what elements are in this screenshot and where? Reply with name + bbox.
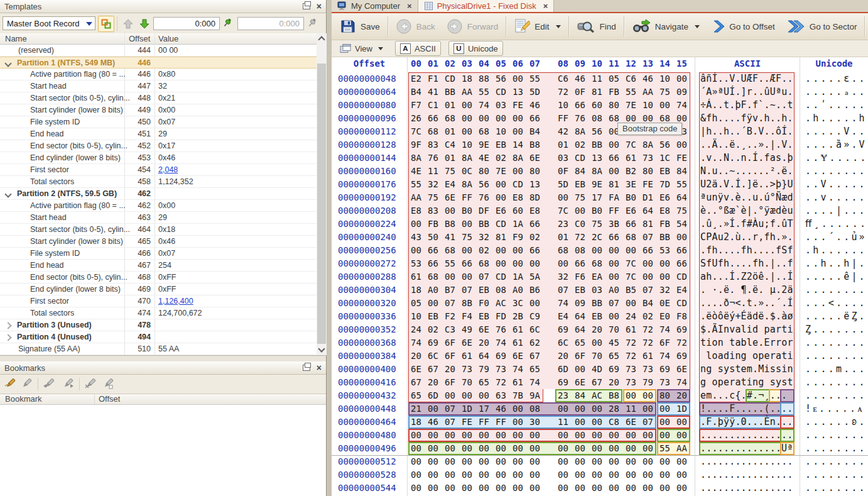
hex-byte[interactable]: F1 bbox=[428, 72, 438, 85]
hex-byte[interactable]: 00 bbox=[643, 429, 653, 442]
hex-byte[interactable]: 41 bbox=[428, 85, 438, 99]
hex-byte[interactable]: 00 bbox=[626, 468, 636, 482]
hex-byte[interactable]: 00 bbox=[496, 244, 506, 257]
hex-byte[interactable]: 00 bbox=[428, 297, 438, 310]
hex-byte[interactable]: 00 bbox=[411, 455, 421, 468]
hex-byte[interactable]: 0C bbox=[462, 165, 472, 178]
ascii-text[interactable]: .v..N..n.Í.fas.þ bbox=[700, 152, 793, 165]
ascii-text[interactable]: CPAu2.ù..r,fh.». bbox=[700, 231, 793, 244]
hex-byte[interactable]: 7E bbox=[626, 99, 636, 112]
hex-byte[interactable]: E6 bbox=[659, 191, 670, 204]
template-offset-input-2[interactable] bbox=[237, 17, 304, 30]
hex-byte[interactable]: 00 bbox=[626, 455, 636, 468]
hex-byte[interactable]: 11 bbox=[592, 72, 602, 85]
scroll-up-icon[interactable] bbox=[317, 33, 327, 44]
hex-byte[interactable]: CD bbox=[445, 72, 455, 85]
hex-byte[interactable]: 00 bbox=[676, 416, 687, 429]
hex-byte[interactable]: 00 bbox=[411, 468, 421, 482]
hex-byte[interactable]: 81 bbox=[592, 85, 602, 99]
hex-byte[interactable]: 61 bbox=[462, 350, 472, 363]
hex-byte[interactable]: 55 bbox=[659, 442, 670, 455]
hex-byte[interactable]: 30 bbox=[529, 416, 540, 429]
save-button[interactable]: Save bbox=[334, 14, 386, 38]
hex-byte[interactable]: 00 bbox=[659, 99, 670, 112]
hex-byte[interactable]: A0 bbox=[609, 284, 619, 297]
hex-byte[interactable]: 02 bbox=[643, 310, 653, 323]
hex-byte[interactable]: B6 bbox=[529, 284, 540, 297]
ascii-text[interactable]: ................ bbox=[700, 455, 793, 468]
hex-byte[interactable]: 00 bbox=[659, 455, 670, 468]
hex-byte[interactable]: 00 bbox=[575, 363, 585, 376]
unicode-text[interactable]: ..V..... bbox=[805, 178, 868, 191]
template-row[interactable]: Start sector (bits 0-5), cylin...4480x21 bbox=[0, 92, 317, 104]
field-value-link[interactable]: 2,048 bbox=[158, 165, 178, 174]
hex-byte[interactable]: 4E bbox=[411, 165, 421, 178]
hex-byte[interactable]: 66 bbox=[428, 112, 438, 125]
hex-byte[interactable]: 7D bbox=[659, 178, 670, 191]
hex-byte[interactable]: 00 bbox=[592, 416, 602, 429]
hex-byte[interactable]: 67 bbox=[529, 350, 540, 363]
hex-byte[interactable]: 00 bbox=[445, 389, 455, 402]
hex-byte[interactable]: 66 bbox=[676, 257, 687, 270]
hex-byte[interactable]: 46 bbox=[529, 99, 540, 112]
hex-byte[interactable]: 13 bbox=[592, 152, 602, 165]
ascii-text[interactable]: ´A»ªUÍ.]r..ûUªu. bbox=[700, 85, 793, 99]
hex-byte[interactable]: 00 bbox=[609, 468, 619, 482]
hex-byte[interactable]: 6E bbox=[445, 191, 455, 204]
template-row[interactable]: End head467254 bbox=[0, 260, 317, 272]
chevron-down-icon[interactable] bbox=[378, 47, 383, 53]
hex-byte[interactable]: 68 bbox=[445, 244, 455, 257]
unicode-text[interactable]: ........ bbox=[805, 165, 868, 178]
hex-byte[interactable]: 68 bbox=[558, 244, 568, 257]
hex-byte[interactable]: 00 bbox=[411, 244, 421, 257]
ascii-text[interactable]: .. bbox=[781, 416, 793, 429]
hex-byte[interactable]: 66 bbox=[676, 244, 687, 257]
hex-byte[interactable]: 00 bbox=[592, 468, 602, 482]
close-panel-icon[interactable]: × bbox=[317, 363, 322, 372]
hex-byte[interactable]: 00 bbox=[575, 442, 585, 455]
hex-byte[interactable]: B4 bbox=[411, 85, 421, 99]
hex-byte[interactable]: 46 bbox=[643, 72, 653, 85]
hex-byte[interactable]: 81 bbox=[643, 218, 653, 231]
hex-byte[interactable]: 00 bbox=[428, 429, 438, 442]
hex-byte[interactable]: 80 bbox=[609, 99, 619, 112]
ascii-text[interactable]: .............. bbox=[700, 429, 781, 442]
hex-byte[interactable]: 02 bbox=[428, 323, 438, 336]
hex-byte[interactable]: 61 bbox=[513, 323, 523, 336]
hex-byte[interactable]: 00 bbox=[496, 257, 506, 270]
hex-byte[interactable]: 00 bbox=[609, 257, 619, 270]
hex-byte[interactable]: B7 bbox=[445, 284, 455, 297]
hex-byte[interactable]: 00 bbox=[479, 468, 489, 482]
panel-splitter[interactable] bbox=[327, 0, 332, 496]
ascii-text[interactable]: . bbox=[781, 389, 793, 402]
chevron-collapsed-icon[interactable] bbox=[4, 334, 11, 341]
hex-byte[interactable]: 11 bbox=[428, 165, 438, 178]
hex-byte[interactable]: 00 bbox=[445, 468, 455, 482]
hex-byte[interactable]: 00 bbox=[513, 257, 523, 270]
hex-byte[interactable]: 73 bbox=[496, 363, 506, 376]
hex-byte[interactable]: C3 bbox=[445, 323, 455, 336]
ascii-text[interactable]: .. bbox=[781, 402, 793, 416]
template-offset-input[interactable] bbox=[153, 17, 220, 30]
hex-byte[interactable]: 00 bbox=[676, 231, 687, 244]
hex-byte[interactable]: AA bbox=[676, 442, 687, 455]
hex-byte[interactable]: 00 bbox=[592, 442, 602, 455]
hex-byte[interactable]: 00 bbox=[462, 442, 472, 455]
hex-byte[interactable]: 67 bbox=[592, 376, 602, 389]
hex-byte[interactable]: 7C bbox=[626, 257, 636, 270]
hex-byte[interactable]: 76 bbox=[496, 323, 506, 336]
hex-byte[interactable]: 56 bbox=[496, 72, 506, 85]
hex-byte[interactable]: 02 bbox=[479, 244, 489, 257]
hex-byte[interactable]: 8A bbox=[592, 165, 602, 178]
template-row[interactable]: End head45129 bbox=[0, 128, 317, 140]
hex-byte[interactable]: 80 bbox=[529, 165, 540, 178]
hex-byte[interactable]: 00 bbox=[592, 402, 602, 416]
hex-byte[interactable]: F9 bbox=[513, 231, 523, 244]
hex-byte[interactable]: 00 bbox=[496, 191, 506, 204]
hex-byte[interactable]: 56 bbox=[659, 138, 670, 152]
hex-byte[interactable]: 68 bbox=[428, 125, 438, 138]
hex-byte[interactable]: 00 bbox=[609, 429, 619, 442]
hex-byte[interactable]: 74 bbox=[529, 376, 540, 389]
hex-byte[interactable]: E4 bbox=[445, 178, 455, 191]
hex-byte[interactable]: 00 bbox=[428, 402, 438, 416]
